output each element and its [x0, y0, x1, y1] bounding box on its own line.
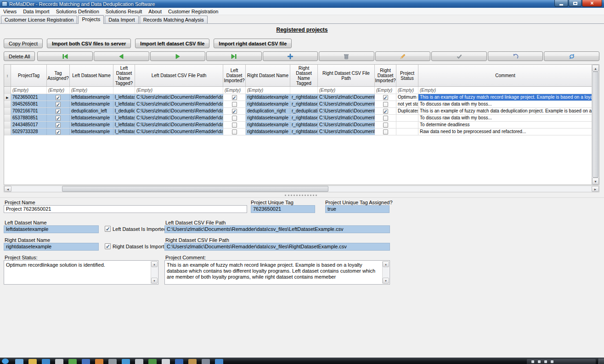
- cell-right-name[interactable]: deduplication_right: [246, 108, 290, 114]
- horizontal-scroll-track[interactable]: [11, 186, 592, 192]
- cell-left-path[interactable]: C:\Users\zlmatic\Documents\Remadder\data: [135, 115, 223, 121]
- taskbar-icon[interactable]: [215, 359, 223, 364]
- column-header-left-imported[interactable]: Left Dataset Imported?: [223, 65, 246, 86]
- cell-status[interactable]: [396, 129, 418, 135]
- taskbar-icon[interactable]: [135, 359, 143, 364]
- grid-vertical-scrollbar[interactable]: ▲ ▼: [592, 65, 599, 185]
- cell-left-imported[interactable]: [223, 94, 246, 101]
- cell-right-path[interactable]: C:\Users\zlmatic\Documents: [318, 129, 375, 135]
- menu-item-data-import[interactable]: Data Import: [20, 8, 52, 15]
- refresh-button[interactable]: [544, 51, 599, 61]
- cell-right-name[interactable]: rightdatasetexample: [246, 94, 290, 101]
- horizontal-scroll-thumb[interactable]: [62, 186, 328, 192]
- cell-right-path[interactable]: C:\Users\zlmatic\Documents: [318, 94, 375, 101]
- filter-cell-tag[interactable]: (Empty): [11, 87, 47, 94]
- import-right-csv-button[interactable]: Import right dataset CSV file: [214, 39, 292, 48]
- scroll-right-icon[interactable]: ►: [592, 186, 599, 192]
- filter-cell-left-name[interactable]: (Empty): [70, 87, 113, 94]
- cell-right-path[interactable]: C:\Users\zlmatic\Documents: [318, 115, 375, 121]
- scroll-up-icon[interactable]: ▲: [383, 261, 389, 267]
- table-row[interactable]: 2443485017leftdatasetexamplel_leftdatase…: [4, 122, 592, 129]
- accept-button[interactable]: [431, 51, 487, 61]
- grid-horizontal-scrollbar[interactable]: ◄ ►: [4, 185, 599, 192]
- row-indicator[interactable]: [4, 129, 11, 135]
- taskbar-icon[interactable]: [162, 359, 170, 364]
- left-imported-checkbox[interactable]: [232, 102, 237, 107]
- project-name-input[interactable]: Project 7623650021: [4, 205, 247, 213]
- column-header-comment[interactable]: Comment: [418, 65, 592, 86]
- cell-left-tagged[interactable]: l_leftdatase: [113, 94, 135, 101]
- taskbar-icon[interactable]: [108, 359, 117, 364]
- cell-right-tagged[interactable]: r_deduplicatio: [290, 108, 318, 114]
- right-dataset-imported-checkbox[interactable]: [105, 243, 111, 249]
- tray-icon[interactable]: [551, 360, 553, 363]
- cell-left-name[interactable]: leftdatasetexample: [70, 129, 113, 135]
- column-header-left-path[interactable]: Left Dataset CSV File Path: [135, 65, 223, 86]
- taskbar-icon[interactable]: [148, 359, 157, 364]
- right-imported-checkbox[interactable]: [383, 109, 388, 114]
- cell-tag-assigned[interactable]: [47, 101, 70, 107]
- left-imported-checkbox[interactable]: [232, 95, 237, 100]
- show-desktop-button[interactable]: [598, 358, 604, 364]
- tag-assigned-checkbox[interactable]: [56, 102, 61, 107]
- project-comment-textarea[interactable]: This is an example of fuzzy match record…: [164, 260, 390, 285]
- cell-right-name[interactable]: rightdatasetexample: [246, 129, 290, 135]
- cell-right-path[interactable]: C:\Users\zlmatic\Documents: [318, 122, 375, 128]
- tray-icon[interactable]: [544, 360, 547, 363]
- tag-assigned-checkbox[interactable]: [56, 109, 61, 114]
- cell-tag-assigned[interactable]: [47, 94, 70, 101]
- move-previous-button[interactable]: [94, 51, 149, 61]
- right-imported-checkbox[interactable]: [383, 123, 388, 128]
- tag-assigned-checkbox[interactable]: [56, 123, 61, 128]
- cell-comment[interactable]: To discuss raw data with my boss...: [418, 101, 592, 107]
- cell-left-path[interactable]: C:\Users\zlmatic\Documents\Remadder\data: [135, 129, 223, 135]
- close-button[interactable]: ×: [582, 0, 602, 7]
- cell-status[interactable]: Optimum r: [396, 94, 418, 101]
- cell-comment[interactable]: This is an example of fuzzy match record…: [418, 94, 592, 101]
- taskbar-icon[interactable]: [122, 359, 130, 364]
- cell-right-tagged[interactable]: r_rightdataset: [290, 122, 318, 128]
- system-tray[interactable]: [527, 359, 596, 364]
- cell-left-tagged[interactable]: l_leftdatase: [113, 115, 135, 121]
- cell-right-tagged[interactable]: r_rightdataset: [290, 94, 318, 101]
- cell-left-imported[interactable]: [223, 115, 246, 121]
- tab-projects[interactable]: Projects: [78, 15, 104, 24]
- menu-item-customer-registration[interactable]: Customer Registration: [165, 8, 221, 15]
- cell-left-tagged[interactable]: l_leftdatase: [113, 122, 135, 128]
- taskbar-icon[interactable]: [15, 359, 23, 364]
- cell-left-name[interactable]: leftdatasetexample: [70, 115, 113, 121]
- cell-tag-assigned[interactable]: [47, 108, 70, 114]
- cell-right-imported[interactable]: [375, 115, 396, 121]
- cell-right-imported[interactable]: [375, 101, 396, 107]
- scroll-up-icon[interactable]: ▲: [592, 65, 599, 72]
- menu-item-solutions-definition[interactable]: Solutions Definition: [53, 8, 102, 15]
- cell-left-name[interactable]: leftdatasetexample: [70, 94, 113, 101]
- cell-right-name[interactable]: rightdatasetexample: [246, 101, 290, 107]
- cell-left-imported[interactable]: [223, 108, 246, 114]
- cell-tag[interactable]: 7092166701: [11, 108, 47, 114]
- cell-right-name[interactable]: rightdatasetexample: [246, 122, 290, 128]
- cell-left-tagged[interactable]: l_leftdatase: [113, 101, 135, 107]
- cell-left-tagged[interactable]: l_leftdatase: [113, 129, 135, 135]
- cell-right-path[interactable]: C:\Users\zlmatic\Documents: [318, 108, 375, 114]
- cell-comment[interactable]: This is an example of fuzzy match data d…: [418, 108, 592, 114]
- taskbar-icon[interactable]: [95, 359, 103, 364]
- tag-assigned-checkbox[interactable]: [56, 129, 61, 134]
- taskbar-icon[interactable]: [202, 359, 210, 364]
- move-first-button[interactable]: [37, 51, 93, 61]
- left-imported-checkbox[interactable]: [232, 123, 237, 128]
- cell-status[interactable]: [396, 122, 418, 128]
- cell-right-imported[interactable]: [375, 129, 396, 135]
- right-imported-checkbox[interactable]: [383, 129, 388, 134]
- column-header-left-name[interactable]: Left Dataset Name: [70, 65, 113, 86]
- cell-tag[interactable]: 2443485017: [11, 122, 47, 128]
- project-comment-scrollbar[interactable]: ▲▼: [382, 261, 389, 284]
- cell-tag-assigned[interactable]: [47, 122, 70, 128]
- taskbar-icon[interactable]: [42, 359, 50, 364]
- cell-tag[interactable]: 5029733328: [11, 129, 47, 135]
- cell-left-tagged[interactable]: l_deduplica: [113, 108, 135, 114]
- delete-all-button[interactable]: Delete All: [4, 51, 35, 61]
- table-row[interactable]: 6537880851leftdatasetexamplel_leftdatase…: [4, 115, 592, 122]
- taskbar-icon[interactable]: [175, 359, 183, 364]
- copy-project-button[interactable]: Copy Project: [4, 39, 43, 48]
